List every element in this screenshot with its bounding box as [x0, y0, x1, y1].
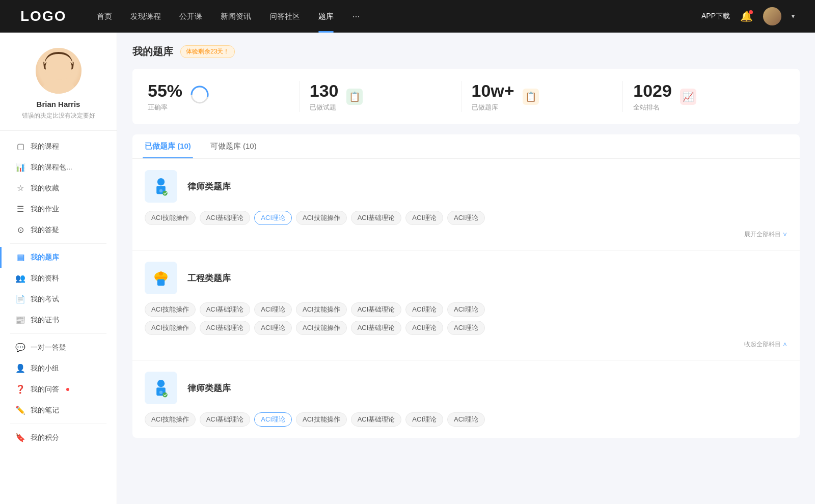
menu-my-qa[interactable]: ❓ 我的问答: [0, 379, 117, 400]
qbank-section-lawyer-2: 律师类题库 ACI技能操作 ACI基础理论 ACI理论 ACI技能操作 ACI基…: [132, 360, 800, 438]
svg-rect-11: [157, 279, 165, 286]
avatar[interactable]: [763, 7, 781, 25]
tag[interactable]: ACI技能操作: [296, 412, 347, 427]
exam-icon: 📄: [15, 294, 25, 304]
tag[interactable]: ACI技能操作: [145, 412, 196, 427]
menu-favorites[interactable]: ☆ 我的收藏: [0, 178, 117, 199]
notes-icon: ✏️: [15, 405, 25, 415]
section-name-3: 律师类题库: [187, 382, 231, 394]
qbank-panel: 已做题库 (10) 可做题库 (10): [132, 134, 800, 438]
tag[interactable]: ACI基础理论: [351, 321, 402, 335]
tag[interactable]: ACI理论: [447, 211, 485, 225]
svg-point-4: [157, 178, 165, 185]
tag[interactable]: ACI理论: [405, 302, 443, 317]
tag[interactable]: ACI技能操作: [296, 211, 347, 225]
tag[interactable]: ACI理论: [405, 412, 443, 427]
section-header-3: 律师类题库: [145, 372, 787, 404]
menu-label: 我的题库: [31, 253, 59, 262]
tag-active[interactable]: ACI理论: [254, 412, 292, 427]
nav-qbank[interactable]: 题库: [318, 12, 334, 21]
logo: LOGO: [20, 8, 66, 24]
expand-section-1[interactable]: 展开全部科目 ∨: [145, 230, 787, 239]
tag[interactable]: ACI技能操作: [145, 302, 196, 317]
menu-one-on-one[interactable]: 💬 一对一答疑: [0, 337, 117, 358]
tag[interactable]: ACI技能操作: [145, 211, 196, 225]
nav-links: 首页 发现课程 公开课 新闻资讯 问答社区 题库 ···: [97, 11, 701, 22]
tag[interactable]: ACI理论: [447, 412, 485, 427]
divider-1: [10, 243, 106, 244]
done-icon: 📋: [346, 89, 363, 105]
nav-news[interactable]: 新闻资讯: [221, 12, 251, 21]
nav-discover[interactable]: 发现课程: [130, 12, 161, 21]
menu-materials[interactable]: 👥 我的资料: [0, 268, 117, 289]
page-title: 我的题库: [132, 45, 173, 59]
app-download-button[interactable]: APP下载: [701, 12, 730, 21]
menu-notes[interactable]: ✏️ 我的笔记: [0, 400, 117, 421]
tag[interactable]: ACI基础理论: [200, 302, 251, 317]
tag[interactable]: ACI理论: [447, 302, 485, 317]
section-name-1: 律师类题库: [187, 181, 231, 192]
menu-label: 我的作业: [31, 205, 59, 214]
menu-homework[interactable]: ☰ 我的作业: [0, 199, 117, 219]
tag-active[interactable]: ACI理论: [254, 211, 292, 225]
nav-more[interactable]: ···: [352, 11, 360, 22]
tag[interactable]: ACI基础理论: [200, 211, 251, 225]
menu-label: 我的课程: [31, 142, 59, 151]
notification-bell[interactable]: 🔔: [740, 10, 753, 22]
tag[interactable]: ACI理论: [405, 211, 443, 225]
tag[interactable]: ACI技能操作: [145, 321, 196, 335]
main-layout: Brian Harris 错误的决定比没有决定要好 ▢ 我的课程 📊 我的课程包…: [0, 33, 815, 504]
myqa-icon: ❓: [15, 384, 25, 394]
banks-number: 10w+: [472, 81, 514, 101]
svg-point-1: [42, 79, 75, 94]
menu-exam[interactable]: 📄 我的考试: [0, 289, 117, 310]
tab-available[interactable]: 可做题库 (10): [208, 134, 259, 158]
stat-done-banks: 10w+ 已做题库 📋: [461, 81, 623, 112]
tag[interactable]: ACI技能操作: [296, 321, 347, 335]
divider-2: [10, 333, 106, 334]
unread-dot: [66, 388, 69, 391]
tag[interactable]: ACI技能操作: [296, 302, 347, 317]
nav-qa[interactable]: 问答社区: [269, 12, 300, 21]
lawyer-icon-wrap: [145, 170, 177, 203]
svg-point-12: [157, 380, 165, 387]
main-content: 我的题库 体验剩余23天！ 55% 正确率 130: [117, 33, 815, 504]
menu-label: 我的课程包...: [31, 163, 72, 172]
ranking-number: 1029: [633, 81, 672, 101]
banks-label: 已做题库: [472, 103, 514, 112]
section-tags-2-row1: ACI技能操作 ACI基础理论 ACI理论 ACI技能操作 ACI基础理论 AC…: [145, 302, 787, 317]
stat-ranking-value: 1029 全站排名: [633, 81, 672, 112]
tag[interactable]: ACI基础理论: [200, 412, 251, 427]
tag[interactable]: ACI理论: [254, 321, 292, 335]
menu-my-courses[interactable]: ▢ 我的课程: [0, 136, 117, 157]
avatar-image: [763, 7, 781, 25]
stat-accuracy: 55% 正确率: [148, 81, 300, 112]
menu-certificate[interactable]: 📰 我的证书: [0, 310, 117, 330]
nav-open-course[interactable]: 公开课: [179, 12, 202, 21]
svg-point-6: [159, 189, 162, 192]
menu-group[interactable]: 👤 我的小组: [0, 358, 117, 379]
stat-accuracy-value: 55% 正确率: [148, 81, 182, 112]
user-avatar: [36, 48, 82, 94]
tab-done[interactable]: 已做题库 (10): [143, 134, 193, 158]
profile-section: Brian Harris 错误的决定比没有决定要好: [0, 48, 117, 131]
tag[interactable]: ACI理论: [405, 321, 443, 335]
tag[interactable]: ACI基础理论: [351, 302, 402, 317]
menu-label: 我的收藏: [31, 184, 59, 193]
menu-question-bank[interactable]: ▤ 我的题库: [0, 247, 117, 268]
section-name-2: 工程类题库: [187, 272, 231, 284]
menu-course-packages[interactable]: 📊 我的课程包...: [0, 157, 117, 178]
collapse-section-2[interactable]: 收起全部科目 ∧: [145, 340, 787, 349]
qbank-section-engineer: 工程类题库 ACI技能操作 ACI基础理论 ACI理论 ACI技能操作 ACI基…: [132, 250, 800, 360]
divider-3: [10, 424, 106, 424]
nav-home[interactable]: 首页: [97, 12, 112, 21]
profile-dropdown-arrow[interactable]: ▾: [792, 13, 795, 20]
tag[interactable]: ACI基础理论: [200, 321, 251, 335]
tag[interactable]: ACI理论: [254, 302, 292, 317]
stat-ranking: 1029 全站排名 📈: [623, 81, 784, 112]
tag[interactable]: ACI理论: [447, 321, 485, 335]
tag[interactable]: ACI基础理论: [351, 412, 402, 427]
tag[interactable]: ACI基础理论: [351, 211, 402, 225]
menu-questions[interactable]: ⊙ 我的答疑: [0, 219, 117, 240]
menu-points[interactable]: 🔖 我的积分: [0, 427, 117, 448]
